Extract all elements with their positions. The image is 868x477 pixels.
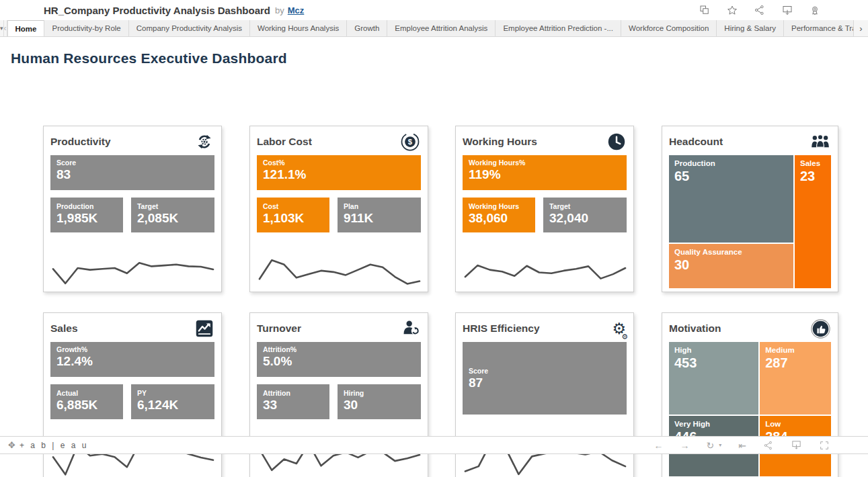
kpi-value: 32,040	[549, 211, 621, 226]
sync-gear-icon	[192, 132, 214, 152]
clock-icon	[604, 132, 626, 152]
card-title: HRIS Efficiency	[463, 322, 540, 335]
card-productivity: Productivity Score 83 Production 1,985K	[43, 126, 222, 292]
kpi-label: Cost%	[263, 159, 415, 167]
tableau-logo-text: + a b | e a u	[19, 441, 89, 450]
author-link[interactable]: Mcz	[288, 5, 305, 15]
treemap-label: Very High	[674, 419, 753, 429]
download-icon[interactable]	[781, 4, 793, 16]
tab-employee-attrition-analysis[interactable]: Employee Attrition Analysis	[387, 20, 496, 36]
kpi-label: Hiring	[344, 389, 415, 398]
kpi-value: 1,103K	[263, 211, 323, 226]
kpi-label: Score	[56, 159, 208, 167]
tableau-logo-mark-icon: ✥	[8, 440, 15, 450]
kpi-sub[interactable]: PY 6,124K	[131, 384, 214, 419]
treemap-cell-production[interactable]: Production 65	[669, 155, 793, 243]
replay-icon[interactable]: ↻	[707, 440, 715, 451]
kpi-value: 119%	[469, 167, 621, 182]
kpi-label: Target	[549, 202, 621, 211]
kpi-value: 12.4%	[56, 354, 208, 369]
kpi-label: Cost	[263, 202, 323, 211]
award-icon[interactable]	[809, 4, 821, 16]
kpi-value: 911K	[344, 211, 415, 226]
sparkline-chart[interactable]	[50, 243, 216, 294]
kpi-sub[interactable]: Attrition 33	[257, 384, 329, 419]
card-title: Sales	[50, 322, 78, 335]
tab-home[interactable]: Home	[7, 20, 45, 36]
tableau-logo[interactable]: ✥ + a b | e a u	[8, 440, 88, 450]
trend-chart-icon	[192, 318, 214, 339]
undo-icon[interactable]: ←	[654, 440, 664, 451]
treemap-cell-high[interactable]: High 453	[669, 342, 758, 415]
treemap-label: Production	[674, 159, 788, 168]
thumbs-up-icon	[809, 318, 830, 339]
kpi-label: Actual	[56, 389, 117, 398]
kpi-main[interactable]: Attrition% 5.0%	[257, 342, 421, 377]
kpi-label: Plan	[344, 202, 415, 211]
caret-down-icon[interactable]: ▾	[719, 442, 721, 448]
favorite-star-icon[interactable]	[726, 4, 738, 16]
kpi-sub[interactable]: Target 2,085K	[131, 198, 214, 232]
kpi-label: Score	[469, 367, 621, 376]
card-title: Working Hours	[463, 136, 537, 148]
kpi-label: Working Hours%	[469, 159, 621, 167]
kpi-main[interactable]: Working Hours% 119%	[463, 155, 627, 190]
treemap-value: 30	[674, 257, 788, 273]
kpi-label: Working Hours	[469, 202, 529, 211]
card-title: Motivation	[669, 322, 721, 335]
treemap-cell-quality-assurance[interactable]: Quality Assurance 30	[669, 244, 793, 288]
gears-icon: ⚙⚙	[604, 318, 626, 339]
sparkline-chart[interactable]	[462, 243, 629, 294]
kpi-label: Attrition	[263, 389, 323, 398]
treemap-cell-medium[interactable]: Medium 287	[760, 342, 831, 415]
kpi-sub[interactable]: Plan 911K	[338, 198, 421, 232]
viz-title: HR_Company Productivity Analysis Dashboa…	[44, 5, 270, 16]
page-title: Human Resources Executive Dashboard	[11, 50, 287, 67]
kpi-label: PY	[137, 389, 208, 398]
topbar-actions	[699, 4, 821, 16]
kpi-value: 38,060	[469, 211, 529, 226]
kpi-sub[interactable]: Actual 6,885K	[50, 384, 123, 419]
kpi-label: Attrition%	[263, 345, 415, 354]
footer-toolbar: ✥ + a b | e a u ← → ↻ ▾ ⇤	[0, 436, 868, 454]
kpi-value: 2,085K	[137, 211, 208, 226]
copy-icon[interactable]	[699, 4, 711, 16]
treemap-value: 23	[800, 168, 826, 184]
tab-company-productivity-analysis[interactable]: Company Productivity Analysis	[129, 20, 250, 36]
kpi-value: 87	[469, 376, 621, 390]
kpi-main[interactable]: Cost% 121.1%	[257, 155, 421, 190]
kpi-main[interactable]: Growth% 12.4%	[50, 342, 214, 377]
redo-icon[interactable]: →	[680, 440, 690, 451]
treemap-value: 65	[674, 168, 788, 184]
tab-productivity-by-role[interactable]: Productivity-by Role	[44, 20, 128, 36]
kpi-value: 5.0%	[263, 354, 415, 369]
tab-growth[interactable]: Growth	[347, 20, 387, 36]
reset-icon[interactable]: ⇤	[738, 440, 746, 451]
kpi-label: Growth%	[56, 345, 208, 354]
tab-hiring-salary[interactable]: Hiring & Salary	[717, 20, 784, 36]
treemap-cell-sales[interactable]: Sales 23	[795, 155, 831, 288]
kpi-sub[interactable]: Production 1,985K	[50, 198, 123, 232]
kpi-main[interactable]: Score 83	[50, 155, 214, 190]
fullscreen-icon[interactable]	[819, 440, 830, 451]
tab-workforce-composition[interactable]: Workforce Composition	[621, 20, 717, 36]
dashboard-canvas: Human Resources Executive Dashboard Prod…	[0, 37, 868, 457]
tab-employee-attrition-prediction[interactable]: Employee Attrition Prediction -...	[496, 20, 621, 36]
kpi-sub[interactable]: Cost 1,103K	[257, 198, 329, 232]
kpi-sub[interactable]: Target 32,040	[543, 198, 627, 232]
kpi-sub[interactable]: Working Hours 38,060	[463, 198, 535, 232]
share-icon[interactable]	[754, 4, 766, 16]
footer-actions: ← → ↻ ▾ ⇤	[654, 439, 830, 451]
svg-text:$: $	[408, 138, 413, 146]
tab-working-hours-analysis[interactable]: Working Hours Analysis	[250, 20, 347, 36]
kpi-main[interactable]: Score 87	[463, 342, 627, 415]
kpi-label: Target	[137, 202, 208, 211]
kpi-sub[interactable]: Hiring 30	[338, 384, 421, 419]
download-icon[interactable]	[791, 439, 802, 451]
card-title: Productivity	[50, 136, 111, 148]
sheet-tabbar: ▾ ‹ Home Productivity-by Role Company Pr…	[0, 20, 868, 37]
tab-next-button[interactable]: ›	[853, 20, 868, 36]
sparkline-chart[interactable]	[256, 243, 423, 294]
kpi-label: Production	[56, 202, 117, 211]
share-icon[interactable]	[763, 440, 774, 451]
